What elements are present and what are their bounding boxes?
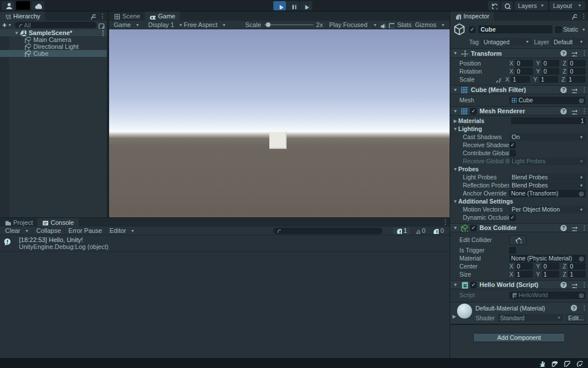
menu-kebab-icon[interactable]: ⋮ [100,29,105,37]
editor-dropdown[interactable]: Editor▼ [106,227,139,235]
lock-icon[interactable] [90,13,96,20]
shader-edit-button[interactable]: Edit... [566,314,586,321]
rotation-x-field[interactable]: 0 [515,68,533,75]
edit-collider-button[interactable] [509,235,527,245]
console-search-input[interactable] [273,228,382,234]
foldout-icon[interactable]: ▼ [14,30,20,36]
scene-picker-icon[interactable] [98,22,105,29]
help-icon[interactable]: ? [560,50,567,56]
add-object-button[interactable]: + [2,22,7,28]
box-collider-header[interactable]: ▼ ✓ Box Collider ?⋮ [450,223,588,232]
presets-icon[interactable] [571,50,577,56]
cast-shadows-dropdown[interactable]: On▼ [509,133,586,141]
display-dropdown[interactable]: Display 1▼ [146,21,182,28]
center-y-field[interactable]: 0 [542,263,560,270]
chevron-down-icon[interactable]: ▼ [580,28,586,32]
presets-icon[interactable] [571,108,577,114]
menu-kebab-icon[interactable]: ⋮ [581,13,585,20]
lighting-foldout[interactable]: ▼Lighting [450,125,588,133]
static-checkbox[interactable] [555,26,562,33]
object-picker-icon[interactable]: ◎ [579,255,584,262]
gizmos-dropdown[interactable]: Gizmos▼ [413,21,447,28]
presets-icon[interactable] [571,87,577,93]
game-viewport[interactable] [109,29,450,217]
play-focused-dropdown[interactable]: Play Focused▼ [327,21,379,28]
layout-dropdown[interactable]: Layout▼ [550,1,585,10]
menu-kebab-icon[interactable]: ⋮ [581,49,586,57]
display-mode-dropdown[interactable]: Game▼ [112,21,146,28]
shader-dropdown[interactable]: Standard▼ [498,314,563,321]
presets-icon[interactable] [571,282,577,288]
scale-slider[interactable] [264,24,314,25]
scale-x-field[interactable]: 1 [511,76,530,83]
size-x-field[interactable]: 1 [515,271,533,278]
menu-kebab-icon[interactable]: ⋮ [581,304,586,312]
mesh-filter-header[interactable]: ▼ Cube (Mesh Filter) ?⋮ [450,85,588,94]
chevron-down-icon[interactable]: ▼ [8,23,12,27]
enabled-checkbox[interactable]: ✓ [470,225,477,231]
cloud-services-button[interactable] [32,1,44,10]
tab-hierarchy[interactable]: Hierarchy [0,12,45,21]
help-icon[interactable]: ? [560,87,567,93]
dynamic-occlusion-checkbox[interactable]: ✓ [509,214,516,221]
foldout-icon[interactable]: ▼ [452,225,458,231]
error-pause-button[interactable]: Error Pause [65,227,106,235]
menu-kebab-icon[interactable]: ⋮ [581,224,586,232]
light-probes-dropdown[interactable]: Blend Probes▼ [509,174,586,181]
mute-audio-button[interactable] [379,21,386,29]
menu-kebab-icon[interactable]: ⋮ [581,281,586,289]
name-field[interactable]: Cube [478,25,552,33]
gameobject-cube-icon[interactable] [452,23,466,36]
foldout-icon[interactable]: ▼ [452,51,458,56]
active-checkbox[interactable]: ✓ [469,26,475,33]
activity-ok-icon[interactable] [576,360,583,367]
help-icon[interactable]: ? [560,108,567,114]
layers-dropdown[interactable]: Layers▼ [514,1,548,10]
package-manager-disabled-icon[interactable] [563,360,570,367]
tab-inspector[interactable]: Inspector [450,12,494,21]
log-count-toggle[interactable]: 1 [393,227,410,235]
warning-count-toggle[interactable]: 0 [411,227,428,235]
help-icon[interactable]: ? [560,282,567,288]
clear-button[interactable]: Clear▼ [2,227,33,235]
scale-slider-knob[interactable] [266,22,270,27]
script-object-field[interactable]: HelloWorld◎ [509,292,586,299]
position-x-field[interactable]: 0 [515,60,533,67]
undo-history-button[interactable] [488,1,500,10]
materials-count-field[interactable]: 1 [511,117,586,124]
receive-gi-dropdown[interactable]: Light Probes▼ [509,158,586,165]
script-header[interactable]: ▼ ✓ Hello World (Script) ?⋮ [450,280,588,289]
menu-kebab-icon[interactable]: ⋮ [99,13,104,20]
add-component-button[interactable]: Add Component [473,333,565,342]
tab-game[interactable]: Game [145,12,180,21]
pause-button[interactable] [287,1,299,10]
console-log-entry[interactable]: [18:22:53] Hello, Unity! UnityEngine.Deb… [0,235,450,252]
anchor-override-field[interactable]: None (Transform)◎ [509,190,586,197]
enabled-checkbox[interactable]: ✓ [470,108,477,114]
hierarchy-search-input[interactable]: All [15,22,96,28]
help-icon[interactable]: ? [560,225,567,231]
scale-y-field[interactable]: 1 [539,76,558,83]
is-trigger-checkbox[interactable] [509,247,516,254]
position-z-field[interactable]: 0 [568,60,586,67]
hierarchy-item-directional-light[interactable]: Directional Light [0,43,107,50]
foldout-icon[interactable]: ▼ [452,109,458,114]
object-picker-icon[interactable]: ◎ [579,190,584,197]
menu-kebab-icon[interactable]: ⋮ [581,108,586,115]
stats-button[interactable]: Stats [396,21,413,28]
physic-material-field[interactable]: None (Physic Material)◎ [509,255,586,262]
rotation-z-field[interactable]: 0 [568,68,586,75]
link-scale-icon[interactable] [495,76,501,83]
tab-project[interactable]: Project [0,218,37,227]
cache-server-disabled-icon[interactable] [551,360,558,367]
scale-z-field[interactable]: 1 [567,76,586,83]
hierarchy-item-cube[interactable]: Cube [0,50,107,57]
error-count-toggle[interactable]: 0 [430,227,447,235]
position-y-field[interactable]: 0 [542,60,560,67]
additional-settings-foldout[interactable]: ▼Additional Settings [450,197,588,205]
probes-foldout[interactable]: ▼Probes [450,165,588,173]
account-button[interactable] [2,1,14,10]
step-button[interactable] [300,1,312,10]
reflection-probes-dropdown[interactable]: Blend Probes▼ [509,182,586,189]
transform-header[interactable]: ▼ Transform ?⋮ [450,49,588,58]
